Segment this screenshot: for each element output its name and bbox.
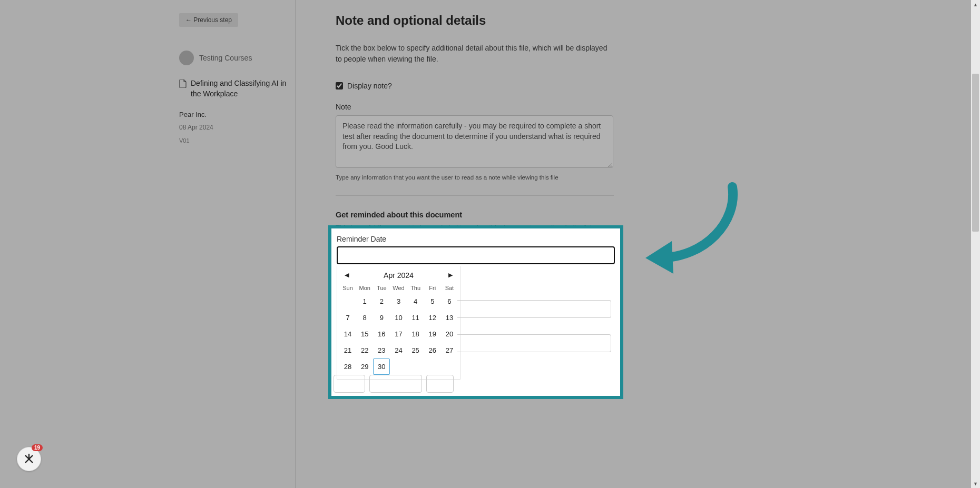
vertical-scrollbar[interactable]: ▲ ▼	[971, 0, 980, 488]
datepicker-day[interactable]: 9	[373, 310, 390, 326]
datepicker: ◀ Apr 2024 ▶ SunMonTueWedThuFriSat123456…	[337, 266, 460, 380]
datepicker-day[interactable]: 7	[339, 310, 356, 326]
scroll-down-arrow-icon[interactable]: ▼	[971, 479, 980, 488]
reminder-highlight-box: Reminder Date ◀ Apr 2024 ▶ SunMonTueWedT…	[328, 225, 623, 399]
scroll-up-arrow-icon[interactable]: ▲	[971, 0, 980, 9]
datepicker-day[interactable]: 28	[339, 358, 356, 375]
chat-icon	[23, 453, 35, 465]
datepicker-day[interactable]: 17	[390, 326, 407, 342]
ghost-field-2	[457, 334, 611, 352]
datepicker-day[interactable]: 25	[407, 342, 424, 358]
datepicker-day[interactable]: 6	[441, 293, 458, 310]
datepicker-day[interactable]: 26	[424, 342, 441, 358]
reminder-date-label: Reminder Date	[337, 235, 615, 243]
datepicker-dow: Wed	[390, 283, 407, 293]
datepicker-next-month[interactable]: ▶	[446, 271, 455, 280]
datepicker-day[interactable]: 11	[407, 310, 424, 326]
datepicker-day[interactable]: 16	[373, 326, 390, 342]
datepicker-day[interactable]: 4	[407, 293, 424, 310]
datepicker-day[interactable]: 19	[424, 326, 441, 342]
scroll-thumb[interactable]	[972, 74, 979, 232]
datepicker-day[interactable]: 29	[356, 358, 373, 375]
datepicker-day[interactable]: 18	[407, 326, 424, 342]
datepicker-dow: Tue	[373, 283, 390, 293]
datepicker-day[interactable]: 14	[339, 326, 356, 342]
datepicker-dow: Mon	[356, 283, 373, 293]
datepicker-day[interactable]: 30	[373, 358, 390, 375]
datepicker-day[interactable]: 1	[356, 293, 373, 310]
datepicker-day[interactable]: 27	[441, 342, 458, 358]
datepicker-dow: Thu	[407, 283, 424, 293]
ghost-button-seg-2	[369, 375, 422, 393]
datepicker-day[interactable]: 23	[373, 342, 390, 358]
reminder-date-input[interactable]	[337, 246, 615, 264]
datepicker-month-label: Apr 2024	[384, 271, 414, 280]
datepicker-dow: Sat	[441, 283, 458, 293]
ghost-button-seg-1	[334, 375, 365, 393]
chat-badge: 19	[32, 444, 43, 451]
datepicker-day[interactable]: 3	[390, 293, 407, 310]
ghost-field-1	[457, 300, 611, 318]
datepicker-day[interactable]: 20	[441, 326, 458, 342]
datepicker-day[interactable]: 10	[390, 310, 407, 326]
datepicker-day[interactable]: 13	[441, 310, 458, 326]
datepicker-day[interactable]: 12	[424, 310, 441, 326]
datepicker-day[interactable]: 24	[390, 342, 407, 358]
chat-launcher-button[interactable]: 19	[17, 447, 41, 471]
datepicker-day[interactable]: 21	[339, 342, 356, 358]
datepicker-day[interactable]: 8	[356, 310, 373, 326]
datepicker-dow: Fri	[424, 283, 441, 293]
datepicker-prev-month[interactable]: ◀	[342, 271, 351, 280]
datepicker-dow: Sun	[339, 283, 356, 293]
datepicker-day[interactable]: 5	[424, 293, 441, 310]
datepicker-day[interactable]: 2	[373, 293, 390, 310]
datepicker-day[interactable]: 15	[356, 326, 373, 342]
ghost-button-seg-3	[426, 375, 454, 393]
datepicker-empty-cell	[339, 293, 356, 310]
datepicker-day[interactable]: 22	[356, 342, 373, 358]
